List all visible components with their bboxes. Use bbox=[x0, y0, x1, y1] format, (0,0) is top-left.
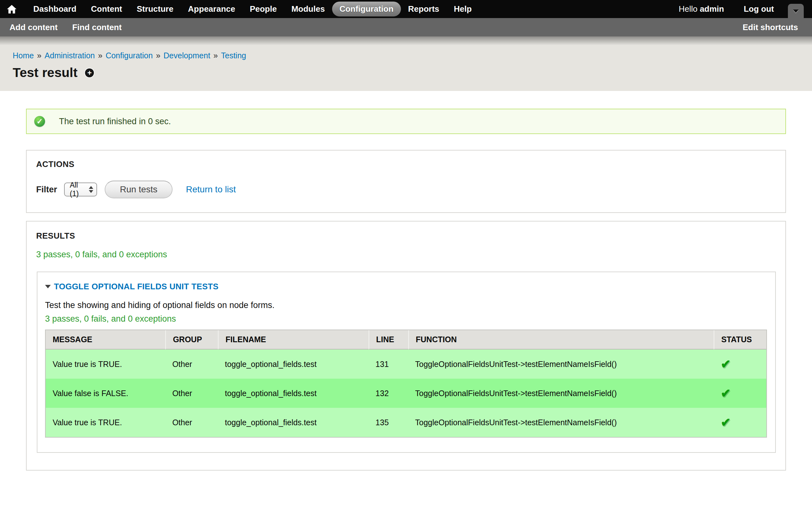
breadcrumb-home[interactable]: Home bbox=[13, 51, 34, 60]
cell-line: 131 bbox=[368, 349, 408, 379]
run-tests-button[interactable]: Run tests bbox=[105, 181, 172, 199]
column-header-function: FUNCTION bbox=[408, 330, 714, 349]
toolbar-item-configuration[interactable]: Configuration bbox=[332, 2, 401, 16]
cell-filename: toggle_optional_fields.test bbox=[218, 408, 368, 437]
toolbar-item-content[interactable]: Content bbox=[84, 2, 130, 16]
return-to-list-link[interactable]: Return to list bbox=[186, 184, 236, 194]
column-header-status: STATUS bbox=[714, 330, 766, 349]
main-content: ✓ The test run finished in 0 sec. ACTION… bbox=[0, 91, 812, 507]
breadcrumb-separator: » bbox=[213, 51, 218, 60]
table-row: Value true is TRUE. Other toggle_optiona… bbox=[46, 349, 766, 379]
admin-toolbar: Dashboard Content Structure Appearance P… bbox=[0, 0, 812, 18]
cell-group: Other bbox=[165, 349, 218, 379]
table-row: Value false is FALSE. Other toggle_optio… bbox=[46, 379, 766, 408]
cell-message: Value true is TRUE. bbox=[46, 408, 165, 437]
home-icon-glyph bbox=[7, 5, 16, 14]
home-icon[interactable] bbox=[7, 5, 16, 14]
breadcrumb-development[interactable]: Development bbox=[164, 51, 210, 60]
chevron-down-icon bbox=[793, 9, 799, 13]
cell-filename: toggle_optional_fields.test bbox=[218, 379, 368, 408]
column-header-filename: FILENAME bbox=[218, 330, 368, 349]
toolbar-item-help[interactable]: Help bbox=[447, 2, 479, 16]
add-to-shortcuts-icon[interactable]: + bbox=[85, 68, 94, 77]
filter-label: Filter bbox=[36, 185, 57, 194]
select-arrows-icon bbox=[89, 186, 93, 193]
edit-shortcuts-link[interactable]: Edit shortcuts bbox=[743, 22, 798, 32]
toolbar-drawer-toggle[interactable] bbox=[788, 4, 804, 18]
breadcrumb-administration[interactable]: Administration bbox=[45, 51, 95, 60]
breadcrumb-separator: » bbox=[98, 51, 102, 60]
cell-message: Value false is FALSE. bbox=[46, 379, 165, 408]
breadcrumb-separator: » bbox=[156, 51, 160, 60]
cell-group: Other bbox=[165, 379, 218, 408]
column-header-message: MESSAGE bbox=[46, 330, 165, 349]
results-summary: 3 passes, 0 fails, and 0 exceptions bbox=[36, 250, 777, 260]
table-row: Value true is TRUE. Other toggle_optiona… bbox=[46, 408, 766, 437]
results-fieldset: RESULTS 3 passes, 0 fails, and 0 excepti… bbox=[26, 221, 786, 470]
pass-check-icon: ✔ bbox=[721, 387, 731, 400]
results-legend: RESULTS bbox=[36, 231, 777, 241]
toolbar-menu: Dashboard Content Structure Appearance P… bbox=[26, 2, 479, 16]
greeting-prefix: Hello bbox=[679, 4, 700, 14]
cell-function: ToggleOptionalFieldsUnitTest->testElemen… bbox=[408, 408, 714, 437]
cell-function: ToggleOptionalFieldsUnitTest->testElemen… bbox=[408, 379, 714, 408]
breadcrumb: Home»Administration»Configuration»Develo… bbox=[13, 51, 799, 60]
shortcut-add-content[interactable]: Add content bbox=[9, 22, 58, 32]
cell-line: 132 bbox=[368, 379, 408, 408]
cell-filename: toggle_optional_fields.test bbox=[218, 349, 368, 379]
page-title: Test result bbox=[13, 65, 78, 80]
logout-link[interactable]: Log out bbox=[744, 4, 774, 14]
cell-line: 135 bbox=[368, 408, 408, 437]
toolbar-item-dashboard[interactable]: Dashboard bbox=[26, 2, 84, 16]
cell-function: ToggleOptionalFieldsUnitTest->testElemen… bbox=[408, 349, 714, 379]
column-header-line: LINE bbox=[368, 330, 408, 349]
pass-check-icon: ✔ bbox=[721, 357, 731, 371]
shortcut-bar: Add content Find content Edit shortcuts bbox=[0, 18, 812, 37]
collapse-arrow-icon bbox=[45, 285, 51, 288]
column-header-group: GROUP bbox=[165, 330, 218, 349]
toolbar-item-appearance[interactable]: Appearance bbox=[181, 2, 243, 16]
test-group-summary: 3 passes, 0 fails, and 0 exceptions bbox=[45, 314, 767, 324]
breadcrumb-configuration[interactable]: Configuration bbox=[106, 51, 153, 60]
status-message: ✓ The test run finished in 0 sec. bbox=[26, 109, 786, 134]
actions-fieldset: ACTIONS Filter All (1) Run tests Return … bbox=[26, 150, 786, 213]
actions-legend: ACTIONS bbox=[36, 159, 776, 169]
shortcut-find-content[interactable]: Find content bbox=[72, 22, 122, 32]
user-greeting: Hello admin bbox=[679, 4, 724, 14]
breadcrumb-testing[interactable]: Testing bbox=[221, 51, 246, 60]
filter-select[interactable]: All (1) bbox=[64, 182, 97, 196]
test-group-description: Test the showing and hiding of optional … bbox=[45, 300, 767, 310]
toolbar-item-people[interactable]: People bbox=[242, 2, 284, 16]
pass-check-icon: ✔ bbox=[721, 416, 731, 429]
test-results-table: MESSAGE GROUP FILENAME LINE FUNCTION STA… bbox=[45, 330, 767, 438]
breadcrumb-separator: » bbox=[37, 51, 42, 60]
table-header-row: MESSAGE GROUP FILENAME LINE FUNCTION STA… bbox=[46, 330, 766, 349]
filter-select-value: All (1) bbox=[70, 181, 89, 198]
cell-message: Value true is TRUE. bbox=[46, 349, 165, 379]
test-group-title-link[interactable]: TOGGLE OPTIONAL FIELDS UNIT TESTS bbox=[54, 282, 218, 291]
toolbar-item-modules[interactable]: Modules bbox=[284, 2, 332, 16]
test-group-fieldset: TOGGLE OPTIONAL FIELDS UNIT TESTS Test t… bbox=[37, 272, 776, 453]
username-link[interactable]: admin bbox=[700, 4, 724, 14]
cell-group: Other bbox=[165, 408, 218, 437]
toolbar-user-area: Hello admin Log out bbox=[679, 4, 774, 14]
status-message-text: The test run finished in 0 sec. bbox=[59, 117, 171, 126]
toolbar-item-reports[interactable]: Reports bbox=[401, 2, 447, 16]
status-ok-icon: ✓ bbox=[34, 116, 45, 127]
toolbar-item-structure[interactable]: Structure bbox=[130, 2, 181, 16]
page-header: Home»Administration»Configuration»Develo… bbox=[0, 37, 812, 91]
